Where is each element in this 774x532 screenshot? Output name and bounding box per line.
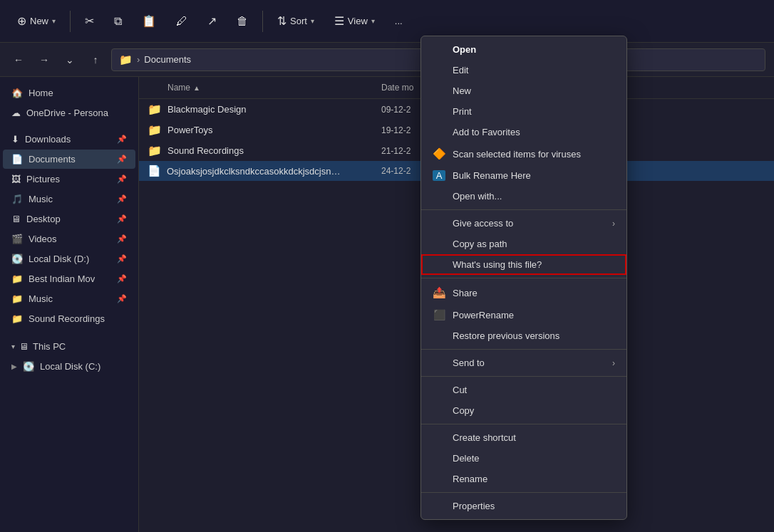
sidebar-item-onedrive[interactable]: ☁ OneDrive - Persona [3, 103, 135, 122]
sidebar-item-localdisk-d[interactable]: 💽 Local Disk (D:) 📌 [3, 249, 135, 268]
sidebar-item-label: Best Indian Mov [29, 273, 95, 284]
main-area: 🏠 Home ☁ OneDrive - Persona ⬇ Downloads … [0, 77, 774, 532]
ctx-powerrename[interactable]: ⬛ PowerRename [421, 304, 626, 325]
ctx-separator-3 [421, 349, 626, 350]
file-name: 📄 Osjoaksjosjdkclksndkccasokkdckjsdcjsnd… [139, 165, 381, 177]
folder-icon: 📁 [148, 144, 162, 157]
sidebar-item-music2[interactable]: 📁 Music 📌 [3, 289, 135, 308]
share-icon: ↗ [207, 14, 217, 28]
ctx-new[interactable]: New [421, 80, 626, 101]
ctx-scan-virus[interactable]: 🔶 Scan selected items for viruses [421, 142, 626, 165]
delete-icon: 🗑 [237, 15, 248, 28]
sidebar-item-label: Sound Recordings [29, 313, 105, 324]
addressbar-row: ← → ⌄ ↑ 📁 › Documents [0, 43, 774, 77]
ctx-send-to[interactable]: Send to › [421, 353, 626, 373]
ctx-copy[interactable]: Copy [421, 400, 626, 421]
music-icon: 🎵 [11, 194, 23, 204]
ctx-add-favorites[interactable]: Add to Favorites [421, 122, 626, 142]
ctx-open-with[interactable]: Open with... [421, 186, 626, 207]
paste-icon: 📋 [142, 14, 156, 28]
back-button[interactable]: ← [9, 50, 29, 70]
sort-label: Sort [290, 16, 307, 26]
ctx-share-icon: 📤 [433, 286, 445, 299]
ctx-virus-icon: 🔶 [433, 147, 445, 160]
toolbar: ⊕ New ▾ ✂ ⧉ 📋 🖊 ↗ 🗑 ⇅ Sort ▾ ☰ View ▾ ..… [0, 0, 774, 43]
ctx-create-shortcut[interactable]: Create shortcut [421, 427, 626, 448]
sidebar-item-label: OneDrive - Persona [26, 108, 108, 118]
thispc-section[interactable]: ▾ 🖥 This PC [3, 337, 135, 356]
delete-toolbar-button[interactable]: 🗑 [228, 11, 257, 32]
folder-icon: 📁 [148, 103, 162, 116]
view-button[interactable]: ☰ View ▾ [326, 10, 383, 32]
forward-button[interactable]: → [34, 50, 54, 70]
sidebar-item-label: Videos [29, 234, 57, 244]
soundrecordings-icon: 📁 [11, 313, 23, 324]
ctx-rename[interactable]: Rename [421, 469, 626, 489]
localdiskc-expand-icon: ▶ [11, 363, 17, 370]
more-label: ... [395, 16, 403, 26]
sidebar-item-downloads[interactable]: ⬇ Downloads 📌 [3, 130, 135, 149]
ctx-separator-6 [421, 492, 626, 493]
ctx-cut[interactable]: Cut [421, 380, 626, 400]
file-name: 📁 Blackmagic Design [139, 103, 381, 116]
ctx-separator-1 [421, 209, 626, 210]
sidebar-item-localdisk-c[interactable]: ▶ 💽 Local Disk (C:) [3, 357, 135, 376]
sidebar-item-label: Downloads [25, 134, 71, 145]
cut-icon: ✂ [85, 14, 94, 28]
paste-button[interactable]: 📋 [133, 10, 165, 32]
cut-button[interactable]: ✂ [76, 10, 103, 32]
new-icon: ⊕ [17, 14, 26, 28]
music2-icon: 📁 [11, 293, 23, 304]
downloads-icon: ⬇ [11, 134, 19, 145]
ctx-properties[interactable]: Properties [421, 496, 626, 516]
breadcrumb-path: Documents [144, 54, 191, 65]
new-label: New [30, 16, 48, 26]
home-icon: 🏠 [11, 88, 23, 98]
ctx-sendto-arrow: › [612, 358, 615, 368]
sidebar: 🏠 Home ☁ OneDrive - Persona ⬇ Downloads … [0, 77, 139, 532]
share-toolbar-button[interactable]: ↗ [199, 10, 225, 32]
ctx-bulk-rename[interactable]: A Bulk Rename Here [421, 165, 626, 186]
more-button[interactable]: ... [386, 11, 411, 31]
pin-icon: 📌 [117, 155, 127, 164]
ctx-separator-4 [421, 376, 626, 377]
pin-icon: 📌 [117, 254, 127, 264]
rename-toolbar-button[interactable]: 🖊 [167, 11, 196, 32]
ctx-give-access[interactable]: Give access to › [421, 213, 626, 234]
sidebar-item-label: Local Disk (D:) [29, 254, 89, 264]
sidebar-item-music[interactable]: 🎵 Music 📌 [3, 189, 135, 209]
ctx-delete[interactable]: Delete [421, 448, 626, 469]
copy-button[interactable]: ⧉ [105, 11, 130, 32]
ctx-print[interactable]: Print [421, 101, 626, 122]
pin-icon: 📌 [117, 234, 127, 244]
ctx-copy-path[interactable]: Copy as path [421, 234, 626, 254]
localdiskc-label: Local Disk (C:) [40, 361, 100, 372]
sort-asc-icon: ▲ [193, 84, 200, 92]
new-button[interactable]: ⊕ New ▾ [9, 10, 64, 32]
sidebar-item-documents[interactable]: 📄 Documents 📌 [3, 150, 135, 169]
pin-icon: 📌 [117, 135, 127, 144]
ctx-restore-versions[interactable]: Restore previous versions [421, 325, 626, 346]
ctx-whats-using[interactable]: What's using this file? [421, 254, 626, 275]
sidebar-item-bestindian[interactable]: 📁 Best Indian Mov 📌 [3, 269, 135, 288]
sidebar-item-home[interactable]: 🏠 Home [3, 83, 135, 103]
up-button[interactable]: ↑ [86, 50, 105, 70]
sidebar-item-pictures[interactable]: 🖼 Pictures 📌 [3, 169, 135, 189]
localdisk-icon: 💽 [11, 254, 23, 264]
ctx-open[interactable]: Open [421, 39, 626, 60]
sidebar-item-videos[interactable]: 🎬 Videos 📌 [3, 229, 135, 249]
col-name: Name ▲ [139, 83, 381, 93]
separator-2 [262, 11, 263, 32]
pin-icon: 📌 [117, 294, 127, 303]
ctx-share[interactable]: 📤 Share [421, 281, 626, 304]
pictures-icon: 🖼 [11, 174, 21, 184]
recent-button[interactable]: ⌄ [60, 50, 80, 70]
sort-button[interactable]: ⇅ Sort ▾ [269, 10, 323, 32]
view-label: View [348, 16, 368, 26]
copy-icon: ⧉ [114, 15, 122, 28]
view-chevron-icon: ▾ [371, 17, 375, 25]
sidebar-item-desktop[interactable]: 🖥 Desktop 📌 [3, 209, 135, 229]
sidebar-item-soundrecordings[interactable]: 📁 Sound Recordings [3, 309, 135, 328]
ctx-edit[interactable]: Edit [421, 60, 626, 80]
separator-1 [70, 11, 71, 32]
